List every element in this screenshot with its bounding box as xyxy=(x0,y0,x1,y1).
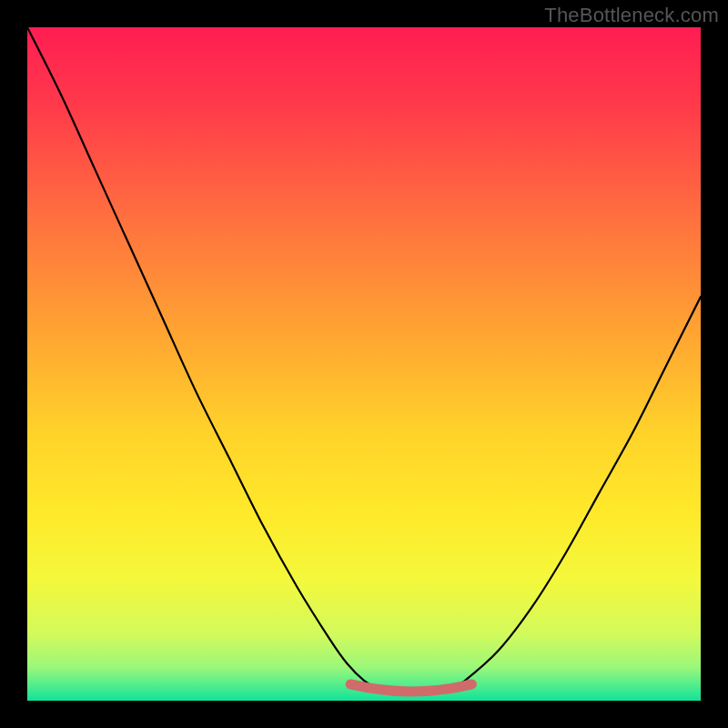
chart-svg xyxy=(27,27,701,701)
plot-area xyxy=(27,27,701,701)
gradient-background xyxy=(27,27,701,701)
chart-frame: TheBottleneck.com xyxy=(0,0,728,728)
watermark-text: TheBottleneck.com xyxy=(544,4,719,27)
